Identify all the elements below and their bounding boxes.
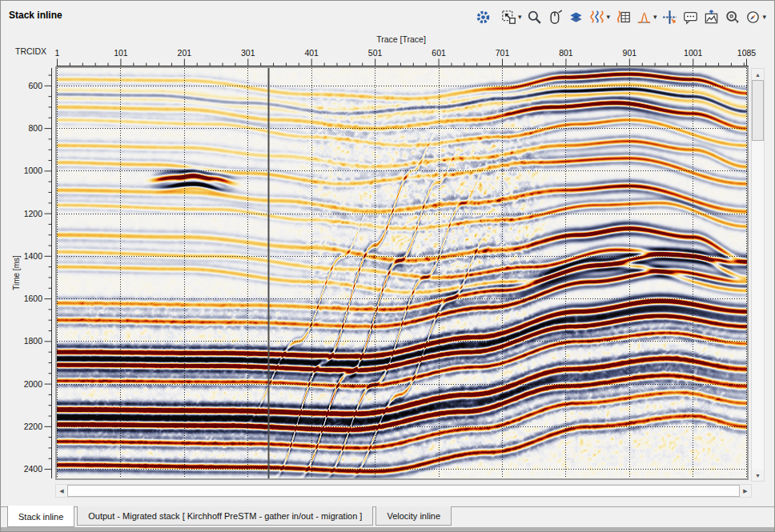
vertical-scrollbar-thumb[interactable]: [752, 80, 764, 141]
svg-text:1001: 1001: [684, 48, 703, 58]
measure-button[interactable]: [725, 10, 740, 25]
toolbar: ▾▾▾▾: [476, 6, 766, 27]
tab-velocity-inline[interactable]: Velocity inline: [375, 506, 452, 526]
tab-bar: Stack inline Output - Migrated stack [ K…: [7, 506, 454, 527]
scroll-right-arrow-icon[interactable]: ▶: [740, 485, 751, 497]
horizontal-scrollbar[interactable]: ◀ ▶: [55, 484, 752, 498]
histogram-button[interactable]: ▾: [636, 10, 657, 25]
chevron-down-icon[interactable]: ▾: [653, 14, 657, 21]
spreadsheet-view-button[interactable]: [616, 10, 631, 25]
annotation-button[interactable]: [683, 10, 698, 25]
svg-text:2200: 2200: [24, 422, 43, 431]
navigation-button[interactable]: ▾: [745, 10, 766, 25]
svg-text:800: 800: [28, 123, 42, 133]
svg-text:1600: 1600: [24, 294, 43, 303]
mouse-tools-button[interactable]: [548, 10, 563, 25]
svg-text:701: 701: [496, 48, 510, 58]
chevron-down-icon[interactable]: ▾: [606, 14, 610, 21]
tab-stack-inline[interactable]: Stack inline: [7, 506, 74, 527]
scroll-up-arrow-icon[interactable]: ▲: [752, 69, 764, 80]
vertical-scrollbar[interactable]: ▲ ▼: [751, 68, 765, 482]
svg-text:301: 301: [241, 48, 255, 58]
histogram-icon: [636, 10, 652, 25]
svg-text:501: 501: [368, 48, 383, 58]
svg-text:901: 901: [623, 48, 637, 58]
export-image-icon: [704, 10, 719, 25]
table-trace-icon: [616, 10, 631, 25]
trace-axis-title: Trace [Trace]: [345, 34, 457, 44]
svg-text:801: 801: [559, 48, 573, 58]
chevron-down-icon[interactable]: ▾: [762, 14, 766, 21]
scroll-down-arrow-icon[interactable]: ▼: [752, 470, 764, 481]
horizontal-scrollbar-thumb[interactable]: [67, 485, 740, 497]
wiggle-display-button[interactable]: ▾: [589, 10, 610, 25]
svg-text:201: 201: [178, 48, 192, 58]
svg-text:1200: 1200: [24, 209, 43, 218]
select-zoom-area-button[interactable]: ▾: [501, 10, 522, 25]
plot-frame: [55, 66, 749, 480]
export-image-button[interactable]: [704, 10, 719, 25]
time-axis-title: Time [ms]: [12, 241, 21, 305]
svg-text:1000: 1000: [24, 166, 43, 175]
svg-text:1800: 1800: [24, 336, 43, 346]
zoom-button[interactable]: [527, 10, 542, 25]
magnifier-icon: [527, 10, 542, 25]
svg-text:2400: 2400: [24, 464, 43, 474]
svg-text:1085: 1085: [737, 48, 757, 58]
svg-text:101: 101: [114, 48, 128, 58]
seismic-viewer-window: Stack inline ▾▾▾▾ Trace [Trace] TRCIDX T…: [0, 0, 775, 532]
pick-pointer-button[interactable]: [662, 10, 677, 25]
tab-output-migrated-stack[interactable]: Output - Migrated stack [ Kirchhoff PreS…: [77, 506, 373, 526]
svg-text:601: 601: [432, 48, 446, 58]
svg-text:600: 600: [28, 81, 42, 90]
layers-icon: [568, 10, 584, 25]
wiggle-traces-icon: [589, 10, 604, 25]
svg-text:1: 1: [55, 48, 60, 58]
svg-text:2000: 2000: [24, 379, 43, 389]
select-area-icon: [501, 10, 516, 25]
tape-measure-icon: [725, 10, 740, 25]
scroll-left-arrow-icon[interactable]: ◀: [56, 485, 67, 497]
page-title: Stack inline: [9, 10, 62, 21]
comment-icon: [683, 10, 698, 25]
layers-button[interactable]: [568, 10, 584, 25]
chevron-down-icon[interactable]: ▾: [518, 14, 522, 21]
seismic-image[interactable]: [57, 68, 747, 478]
trace-axis-corner-label: TRCIDX: [15, 46, 46, 56]
display-settings-button[interactable]: [476, 10, 491, 25]
gear-icon: [476, 10, 491, 25]
compass-icon: [745, 10, 761, 25]
svg-text:1400: 1400: [24, 251, 43, 261]
crosshair-icon: [662, 10, 677, 25]
svg-text:401: 401: [304, 48, 319, 58]
mouse-icon: [548, 10, 563, 25]
window-bottom-edge: [1, 527, 775, 532]
